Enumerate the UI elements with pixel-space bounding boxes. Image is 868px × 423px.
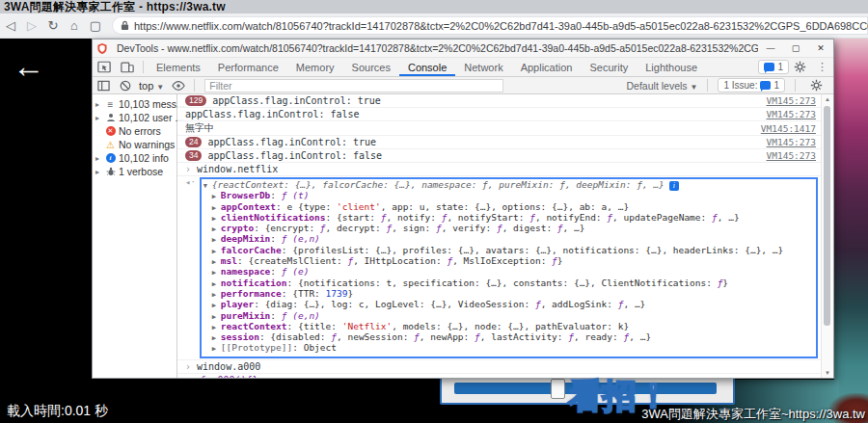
tab-network[interactable]: Network [455, 58, 511, 76]
source-link[interactable]: VM145:273 [767, 150, 821, 161]
player-back-arrow-icon[interactable]: ← [13, 50, 44, 82]
object-tree-root[interactable]: ▼{reactContext: {…}, falcorCache: {…}, n… [203, 180, 814, 191]
clear-console-icon[interactable] [120, 80, 131, 92]
expand-triangle-icon[interactable]: ▶ [212, 290, 221, 300]
devtools-title-bar[interactable]: DevTools - www.netflix.com/watch/8105674… [93, 40, 833, 58]
expand-triangle-icon[interactable]: ▶ [212, 312, 221, 322]
expand-triangle-icon[interactable]: ▶ [212, 268, 221, 278]
tree-property-browserdb[interactable]: ▶BrowserDb: ƒ (t) [203, 191, 814, 201]
tree-property-clientnotifications[interactable]: ▶clientNotifications: {start: ƒ, notify:… [203, 213, 814, 224]
repeat-count-badge: 129 [185, 95, 206, 106]
property-key: reactContext [221, 322, 287, 331]
reload-button[interactable]: ↻ [42, 18, 64, 33]
home-button[interactable]: ⌂ [64, 18, 85, 33]
console-scrollbar[interactable]: ▲ ▼ [821, 94, 833, 378]
back-button[interactable]: ◁ [0, 18, 21, 33]
address-bar[interactable]: https://www.netflix.com/watch/81056740?t… [112, 16, 868, 35]
bookmark-icon[interactable]: ▢ [85, 18, 106, 33]
console-sidebar-toggle-icon[interactable] [97, 80, 110, 92]
sidebar-item-label: No errors [119, 125, 161, 137]
info-icon[interactable]: i [669, 181, 679, 191]
issues-summary[interactable]: 1 Issue: 1 [718, 78, 785, 93]
tree-property-session[interactable]: ▶session: {disabled: ƒ, newSession: ƒ, n… [203, 332, 814, 343]
tab-console[interactable]: Console [399, 58, 455, 76]
expand-triangle-icon[interactable]: ▶ [212, 203, 221, 213]
scroll-down-icon[interactable]: ▼ [822, 370, 833, 376]
expand-triangle-icon[interactable]: ▶ [212, 323, 221, 332]
expand-triangle-icon[interactable]: ▶ [212, 247, 221, 256]
minimize-button[interactable]: — [758, 40, 783, 57]
tree-property-appcontext[interactable]: ▶appContext: e {type: 'client', app: u, … [203, 202, 814, 213]
console-settings-gear-icon[interactable] [810, 79, 823, 92]
expand-triangle-icon[interactable]: ▶ [212, 344, 221, 354]
log-levels-dropdown[interactable]: Default levels ▼ [627, 80, 698, 92]
sidebar-item-10-102-info[interactable]: ▸i10,102 info [93, 151, 176, 165]
tree-property-reactcontext[interactable]: ▶reactContext: {title: 'Netflix', models… [203, 322, 814, 332]
expand-triangle-icon[interactable]: ▶ [212, 257, 221, 267]
sidebar-item-10-102-user-[interactable]: ▸10,102 user ... [93, 111, 176, 124]
sidebar-item-10-103-mess-[interactable]: ▸≡10,103 mess... [93, 97, 176, 111]
tree-property--prototype-[interactable]: ▶[[Prototype]]: Object [203, 343, 814, 354]
tree-property-deepmixin[interactable]: ▶deepMixin: ƒ (e,n) [203, 234, 814, 245]
value-text: {notifications: t, specification: {…}, c… [298, 278, 718, 288]
tab-performance[interactable]: Performance [209, 58, 287, 76]
value-text: , decrypt: [326, 224, 387, 233]
value-text: {TTR: [292, 289, 325, 299]
shield-icon [97, 43, 107, 54]
source-link[interactable]: VM145:273 [767, 137, 821, 147]
value-text: , verify: [442, 224, 497, 233]
tree-property-namespace[interactable]: ▶namespace: ƒ (e) [203, 267, 814, 278]
function-value: ƒ (e,n) [282, 311, 320, 321]
more-options-icon[interactable]: ⋮ [817, 61, 827, 73]
issues-counter[interactable]: 1 [758, 60, 789, 74]
expand-triangle-icon[interactable]: ▶ [212, 333, 221, 343]
scroll-up-icon[interactable]: ▲ [822, 96, 833, 102]
tree-property-falcorcache[interactable]: ▶falcorCache: {profilesList: {…}, profil… [203, 246, 814, 256]
value-text: } [557, 256, 563, 266]
tab-elements[interactable]: Elements [148, 58, 209, 76]
string-value: 'Netflix' [342, 322, 392, 331]
tree-property-crypto[interactable]: ▶crypto: {encrypt: ƒ, decrypt: ƒ, sign: … [203, 224, 814, 234]
input-chevron-icon: › [185, 164, 191, 174]
expand-triangle-icon[interactable]: ▶ [212, 214, 221, 224]
tab-application[interactable]: Application [512, 58, 582, 76]
sidebar-item-no-warnings[interactable]: ⚠No warnings [93, 138, 176, 151]
property-key: deepMixin [221, 234, 270, 244]
forward-button[interactable]: ▷ [21, 18, 42, 33]
scrollbar-thumb[interactable] [824, 106, 830, 326]
object-tree[interactable]: ▼{reactContext: {…}, falcorCache: {…}, n… [200, 177, 818, 358]
sidebar-item-no-errors[interactable]: ✕No errors [93, 124, 176, 138]
tree-property-notification[interactable]: ▶notification: {notifications: t, specif… [203, 278, 814, 289]
input-chevron-icon: › [185, 361, 191, 372]
tab-lighthouse[interactable]: Lighthouse [637, 58, 706, 76]
settings-gear-icon[interactable] [794, 61, 806, 73]
collapse-triangle-icon[interactable]: ▼ [203, 181, 212, 191]
source-link[interactable]: VM145:273 [767, 109, 821, 119]
close-button[interactable]: ✕ [808, 40, 833, 57]
colon: : [276, 202, 286, 212]
tab-memory[interactable]: Memory [287, 58, 343, 76]
tab-security[interactable]: Security [581, 58, 637, 76]
source-link[interactable]: VM145:1417 [761, 123, 821, 134]
context-selector[interactable]: top ▼ [139, 80, 164, 92]
sidebar-item-1-verbose[interactable]: ▸1 verbose [93, 165, 176, 178]
expand-triangle-icon[interactable]: ▶ [212, 301, 221, 310]
maximize-button[interactable]: ▢ [783, 40, 808, 57]
device-toolbar-icon[interactable] [121, 61, 134, 73]
source-link[interactable]: VM145:273 [767, 95, 821, 106]
expand-triangle-icon[interactable]: ▶ [212, 235, 221, 245]
expand-triangle-icon[interactable]: ▶ [212, 225, 221, 234]
inspect-element-icon[interactable] [97, 61, 111, 73]
expand-triangle-icon[interactable]: ▶ [212, 192, 221, 201]
tree-property-puremixin[interactable]: ▶pureMixin: ƒ (e,n) [203, 311, 814, 322]
tree-property-msl[interactable]: ▶msl: {createMslClient: ƒ, IHttpLocation… [203, 256, 814, 267]
live-expression-eye-icon[interactable] [172, 80, 185, 92]
issues-count: 1 [777, 62, 783, 72]
value-text: {disabled: [270, 332, 331, 342]
tree-property-performance[interactable]: ▶performance: {TTR: 1739} [203, 289, 814, 300]
filter-input[interactable] [204, 79, 503, 93]
expand-triangle-icon[interactable]: ▶ [212, 279, 221, 289]
tree-property-player[interactable]: ▶player: {diag: {…}, log: c, LogLevel: {… [203, 300, 814, 310]
overlay-slider-handle[interactable] [551, 379, 565, 399]
tab-sources[interactable]: Sources [343, 58, 399, 76]
